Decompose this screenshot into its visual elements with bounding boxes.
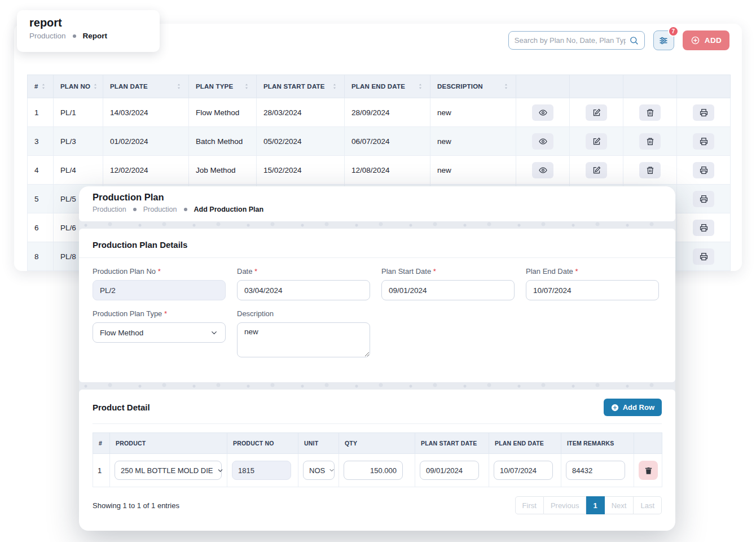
search-input[interactable] xyxy=(515,36,626,45)
printer-icon xyxy=(700,224,708,232)
row-plan-end-date-field[interactable] xyxy=(494,461,553,480)
breadcrumb-root[interactable]: Production xyxy=(93,206,126,213)
section-title: Product Detail xyxy=(93,403,150,412)
sort-icon xyxy=(176,83,182,90)
product-select[interactable]: 250 ML BOTTLE MOLD DIE xyxy=(115,461,222,480)
page-title: report xyxy=(29,16,147,29)
print-button[interactable] xyxy=(693,162,714,178)
production-plan-details-section: Production Plan Details Production Plan … xyxy=(79,229,675,382)
table-row: 4 PL/4 12/02/2024 Job Method 15/02/2024 … xyxy=(28,156,731,185)
print-button[interactable] xyxy=(693,104,714,121)
delete-button[interactable] xyxy=(639,104,661,121)
plan-type-select[interactable]: Flow Method xyxy=(93,322,226,343)
breadcrumb-separator-dot xyxy=(73,34,76,38)
view-button[interactable] xyxy=(532,133,553,150)
product-row: 1 250 ML BOTTLE MOLD DIE xyxy=(93,454,662,487)
col-header-plan-no[interactable]: PLAN NO xyxy=(54,75,103,98)
print-button[interactable] xyxy=(693,248,714,265)
col-header-qty: QTY xyxy=(339,433,415,454)
print-button[interactable] xyxy=(693,133,714,150)
col-header-plan-date[interactable]: PLAN DATE xyxy=(103,75,189,98)
col-header-num: # xyxy=(93,433,110,454)
delete-button[interactable] xyxy=(639,133,661,150)
trash-icon xyxy=(646,166,654,174)
col-header-unit: UNIT xyxy=(298,433,339,454)
col-header-plan-start-date[interactable]: PLAN START DATE xyxy=(257,75,345,98)
unit-selected-value: NOS xyxy=(309,466,325,475)
pagination-page-1-button[interactable]: 1 xyxy=(586,496,604,514)
add-production-plan-modal: Production Plan Production Production Ad… xyxy=(79,186,675,531)
filter-button[interactable]: 7 xyxy=(653,30,674,50)
plan-end-date-field[interactable] xyxy=(526,280,659,300)
pagination-last-button[interactable]: Last xyxy=(634,496,662,514)
modal-breadcrumb: Production Production Add Production Pla… xyxy=(93,206,662,213)
pagination-previous-button[interactable]: Previous xyxy=(544,496,587,514)
trash-icon xyxy=(644,466,653,475)
modal-title: Production Plan xyxy=(93,192,662,203)
breadcrumb: Production Report xyxy=(29,32,147,40)
edit-button[interactable] xyxy=(586,104,607,121)
print-button[interactable] xyxy=(693,220,714,236)
plan-end-date-label: Plan End Date xyxy=(526,267,573,276)
item-remarks-field[interactable] xyxy=(566,461,625,480)
view-button[interactable] xyxy=(532,104,553,121)
pagination-next-button[interactable]: Next xyxy=(605,496,634,514)
search-icon xyxy=(629,36,639,45)
page-title-card: report Production Report xyxy=(17,10,160,52)
breadcrumb-parent[interactable]: Production xyxy=(29,32,66,40)
add-button[interactable]: ADD xyxy=(683,30,729,50)
delete-row-button[interactable] xyxy=(639,461,658,480)
required-mark: * xyxy=(575,267,578,276)
plan-no-label: Production Plan No xyxy=(93,267,156,276)
sort-icon xyxy=(244,83,249,90)
toolbar: 7 ADD xyxy=(508,30,729,50)
sliders-icon xyxy=(658,36,669,46)
col-header-num[interactable]: # xyxy=(28,75,54,98)
col-header-plan-end-date[interactable]: PLAN END DATE xyxy=(345,75,430,98)
breadcrumb-current: Add Production Plan xyxy=(194,206,264,213)
breadcrumb-parent[interactable]: Production xyxy=(143,206,177,213)
unit-select[interactable]: NOS xyxy=(303,461,335,480)
col-header-print xyxy=(677,75,731,98)
pagination-first-button[interactable]: First xyxy=(515,496,544,514)
qty-field[interactable] xyxy=(344,461,403,480)
edit-button[interactable] xyxy=(586,133,607,150)
plan-type-field-group: Production Plan Type * Flow Method xyxy=(93,309,226,360)
view-button[interactable] xyxy=(532,162,553,178)
table-row: 3 PL/3 01/02/2024 Batch Method 05/02/202… xyxy=(28,127,731,156)
description-field-group: Description new xyxy=(237,309,370,360)
print-button[interactable] xyxy=(693,191,714,207)
plan-end-date-field-group: Plan End Date * xyxy=(526,267,659,300)
required-mark: * xyxy=(433,267,436,276)
trash-icon xyxy=(646,137,654,146)
plus-circle-icon xyxy=(691,36,700,45)
col-header-product: PRODUCT xyxy=(110,433,227,454)
product-table: # PRODUCT PRODUCT NO UNIT QTY PLAN START… xyxy=(93,432,662,487)
edit-button[interactable] xyxy=(586,162,607,178)
description-field[interactable]: new xyxy=(237,322,370,357)
row-plan-start-date-field[interactable] xyxy=(420,461,479,480)
plan-start-date-field[interactable] xyxy=(381,280,515,300)
col-header-edit xyxy=(570,75,623,98)
printer-icon xyxy=(700,108,708,117)
add-row-button-label: Add Row xyxy=(623,403,654,412)
plan-type-selected-value: Flow Method xyxy=(100,329,143,337)
plan-no-field[interactable] xyxy=(93,280,226,300)
sort-icon xyxy=(332,83,337,90)
product-no-field[interactable] xyxy=(232,461,291,480)
product-table-header-row: # PRODUCT PRODUCT NO UNIT QTY PLAN START… xyxy=(93,433,662,454)
search-box xyxy=(508,31,645,50)
sort-icon xyxy=(503,83,509,90)
modal-gap-decoration xyxy=(79,382,675,390)
col-header-delete xyxy=(623,75,677,98)
showing-entries-text: Showing 1 to 1 of 1 entries xyxy=(93,501,179,510)
date-field[interactable] xyxy=(237,280,370,300)
col-header-plan-type[interactable]: PLAN TYPE xyxy=(189,75,257,98)
pagination: First Previous 1 Next Last xyxy=(515,496,662,514)
printer-icon xyxy=(700,252,708,261)
add-row-button[interactable]: Add Row xyxy=(604,399,662,416)
delete-button[interactable] xyxy=(639,162,661,178)
plans-table-header-row: # PLAN NO PLAN DATE PLAN TYPE PLAN START… xyxy=(28,75,731,98)
printer-icon xyxy=(700,195,708,203)
col-header-description[interactable]: DESCRIPTION xyxy=(430,75,516,98)
